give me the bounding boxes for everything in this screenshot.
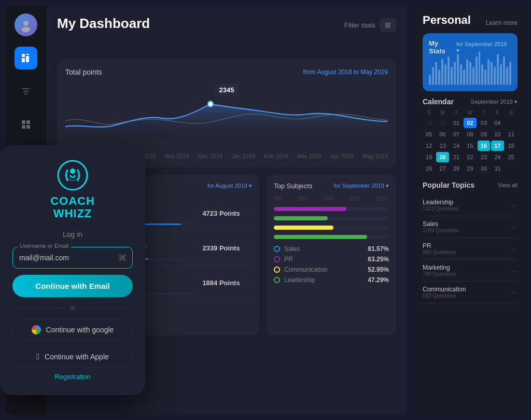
calendar-cell[interactable]: 12 [423,141,435,151]
calendar-cell[interactable]: 10 [491,129,504,139]
logo-icon [57,160,88,191]
google-icon [32,325,41,334]
popular-topics: Popular Topics View all Leadership 1423 … [423,181,518,303]
calendar-days-header: S M T W T F S [423,110,518,116]
mini-bar [481,64,483,85]
divider-line-right [80,308,133,309]
list-item: PR 983 Questions ··· [423,238,518,260]
topic-name[interactable]: Communication [423,286,466,293]
topic-more-icon[interactable]: ··· [511,245,518,253]
mini-bars-chart [429,59,511,85]
list-item: Leadership 1423 Questions ··· [423,194,518,216]
svg-rect-10 [26,120,30,124]
continue-google-button[interactable]: Continue with google [12,319,133,341]
calendar-cell[interactable]: 31 [491,163,504,174]
my-stats-card: My Stats for September 2019 ▾ [423,33,518,91]
login-modal: COACH WHIZZ Log in Username or Email ⌘ C… [0,145,145,395]
calendar-cell[interactable]: 07 [450,129,463,139]
calendar-month[interactable]: September 2019 ▾ [471,99,518,105]
continue-email-button[interactable]: Continue with Email [12,275,133,297]
calendar-cell[interactable]: 15 [464,141,476,151]
filter-stats-bar: Filter stats ⊞ [344,18,396,32]
leaderboard-date[interactable]: for August 2019 ▾ [207,183,252,189]
list-item: Leadership 47.29% [274,276,389,284]
calendar-cell[interactable]: 17 [491,141,504,151]
divider-or: or [70,304,76,312]
svg-rect-3 [26,56,29,62]
topic-more-icon[interactable]: ··· [511,267,518,275]
top-subjects-card: Top Subjects for September 2019 ▾ 0% 25%… [267,175,396,335]
list-item: Marketing 788 Questions ··· [423,260,518,282]
topic-more-icon[interactable]: ··· [511,223,518,231]
mini-bar [491,62,493,85]
calendar-cell[interactable]: 16 [478,141,490,151]
mini-bar [479,51,481,85]
topic-count: 632 Questions [423,293,466,299]
topic-name[interactable]: Leadership [423,199,459,206]
svg-point-13 [208,101,213,107]
subjects-date[interactable]: for September 2019 ▾ [334,183,389,189]
mini-bar [487,59,490,85]
topic-name[interactable]: Sales [423,220,459,228]
calendar-grid: 2930010203040506070809101112131415161718… [423,118,518,174]
mini-bar [457,54,459,85]
topic-more-icon[interactable]: ··· [511,201,518,209]
mini-bar [438,69,440,85]
view-all-link[interactable]: View all [498,182,518,188]
stats-date[interactable]: for September 2019 ▾ [456,41,511,54]
calendar-cell[interactable]: 27 [436,163,449,174]
calendar-cell[interactable]: 25 [505,152,518,162]
calendar-cell[interactable]: 06 [436,129,449,139]
svg-point-1 [22,27,30,32]
calendar-cell[interactable]: 04 [491,118,504,128]
calendar-cell[interactable]: 03 [478,118,490,128]
mini-bar [444,64,446,85]
topic-name[interactable]: PR [423,242,456,249]
subjects-title: Top Subjects [274,182,312,190]
calendar-cell[interactable]: 20 [436,152,449,162]
calendar-cell[interactable]: 29 [464,163,476,174]
topics-list: Leadership 1423 Questions ··· Sales 1299… [423,194,518,303]
calendar-cell[interactable]: 21 [450,152,463,162]
sidebar-item-filter[interactable] [15,80,37,103]
calendar-cell[interactable]: 30 [436,118,449,128]
sidebar-item-grid[interactable] [15,113,37,136]
calendar-cell[interactable]: 09 [478,129,490,139]
calendar-cell[interactable]: 24 [491,152,504,162]
registration-link[interactable]: Registration [12,373,133,381]
chart-to-date[interactable]: May 2019 [360,68,388,76]
calendar-title: Calendar [423,97,454,106]
continue-apple-button[interactable]:  Continue with Apple [12,346,133,368]
calendar-cell[interactable]: 13 [436,141,449,151]
right-panel: Personal Learn more My Stats for Septemb… [414,5,526,415]
calendar-cell[interactable]: 08 [464,129,476,139]
mini-bar [500,64,502,85]
mini-bar [435,62,437,85]
calendar-cell[interactable]: 29 [423,118,435,128]
svg-point-15 [70,169,75,174]
calendar-cell[interactable]: 28 [450,163,463,174]
topic-name[interactable]: Marketing [423,264,456,271]
calendar-cell[interactable]: 14 [450,141,463,151]
calendar-cell[interactable]: 26 [423,163,435,174]
calendar-cell[interactable]: 01 [450,118,463,128]
calendar-cell[interactable]: 30 [478,163,490,174]
sidebar-item-dashboard[interactable] [15,47,37,69]
svg-rect-5 [26,54,29,55]
calendar-cell[interactable]: 19 [423,152,435,162]
mini-bar [476,57,478,85]
calendar-cell[interactable]: 23 [478,152,490,162]
command-icon: ⌘ [118,253,127,263]
chart-tooltip: 2345 [214,84,240,96]
calendar-cell[interactable]: 02 [464,118,476,128]
calendar-cell[interactable]: 22 [464,152,476,162]
learn-more-link[interactable]: Learn more [486,19,518,26]
username-email-field[interactable] [12,247,133,269]
topic-more-icon[interactable]: ··· [511,288,518,297]
calendar-cell[interactable]: 11 [505,129,518,139]
calendar-cell[interactable]: 18 [505,141,518,151]
avatar [15,13,37,36]
filter-button[interactable]: ⊞ [380,18,396,32]
calendar-cell[interactable]: 05 [423,129,435,139]
chart-from-date[interactable]: August 2018 [317,68,352,76]
